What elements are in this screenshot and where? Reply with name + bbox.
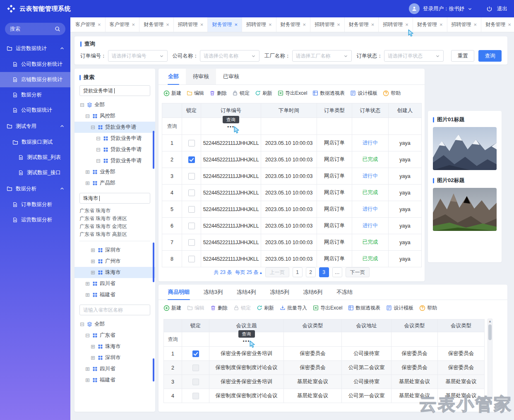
page-2-button[interactable]: 2 (306, 267, 316, 277)
query-submit-button[interactable]: 查询 (478, 50, 502, 62)
column-header[interactable] (162, 103, 182, 118)
panel-tab-冻结4列[interactable]: 冻结4列 (230, 285, 263, 300)
row-checkbox[interactable] (188, 173, 195, 180)
collapse-icon[interactable]: ⊟ (96, 147, 101, 152)
close-tab-icon[interactable]: × (371, 22, 375, 28)
collapse-icon[interactable]: ⊟ (85, 333, 90, 338)
row-checkbox[interactable] (188, 206, 195, 213)
sidebar-item-数据分析-4[interactable]: 数据分析 (0, 87, 70, 103)
column-header[interactable]: 会议地址 (342, 319, 392, 332)
query-select[interactable]: 请选择订单状态 (384, 50, 444, 62)
vertical-scrollbar[interactable]: ▲ (488, 319, 492, 400)
expand-icon[interactable]: ⊞ (85, 377, 90, 383)
user-menu[interactable]: 登录用户：徐书妤 (423, 5, 464, 12)
sidebar-item-测试数据_接口-9[interactable]: 测试数据_接口 (0, 165, 70, 180)
close-tab-icon[interactable]: × (440, 22, 443, 28)
expand-icon[interactable]: ⊞ (85, 366, 90, 372)
sidebar-item-公司数据分析统计-2[interactable]: 公司数据分析统计 (0, 57, 70, 72)
panel-tab-不冻结[interactable]: 不冻结 (329, 285, 360, 300)
search-result-item[interactable]: 广东省 珠海市 高新区 (79, 230, 150, 238)
expand-icon[interactable]: ⊞ (90, 270, 96, 275)
next-page-button[interactable]: 下一页 (346, 267, 370, 277)
sidebar-item-测试数据_列表-8[interactable]: 测试数据_列表 (0, 150, 70, 165)
tree-node-全部-1[interactable]: ⊟全部 (74, 99, 155, 110)
sidebar-item-公司数据统计-5[interactable]: 公司数据统计 (0, 103, 70, 118)
scrollbar-thumb[interactable] (153, 358, 154, 382)
tree-node-福建省-5[interactable]: ⊞福建省 (74, 289, 155, 300)
panel-tab-已审核[interactable]: 已审核 (216, 69, 246, 84)
sidebar-search-input[interactable]: 搜索 (5, 23, 65, 35)
search-result-item[interactable]: 广东省 珠海市 金湾区 (79, 223, 150, 230)
column-header[interactable]: 订单类型 (317, 103, 352, 118)
close-tab-icon[interactable]: × (337, 22, 340, 28)
sidebar-group-数据分析-10[interactable]: 数据分析 (0, 180, 70, 197)
tree-node-贷款业务申请-6[interactable]: ⊟贷款业务申请 (74, 155, 155, 166)
close-tab-icon[interactable]: × (405, 22, 408, 28)
order-row[interactable]: 1522445222111JJHHJKLL2023.05.10 10:00:03… (162, 135, 422, 151)
expand-icon[interactable]: ⊞ (90, 259, 96, 264)
expand-icon[interactable]: ⊞ (85, 169, 90, 175)
toolbar-刷新-button[interactable]: 刷新 (255, 90, 272, 97)
tree-node-福建省-6[interactable]: ⊞福建省 (74, 374, 155, 386)
row-checkbox[interactable] (192, 365, 199, 371)
page-1-button[interactable]: 1 (293, 267, 303, 277)
toolbar-刷新-button[interactable]: 刷新 (257, 305, 274, 312)
toolbar-设计模板-button[interactable]: 设计模板 (350, 90, 377, 97)
collapse-icon[interactable]: ⊟ (96, 136, 101, 141)
tree-node-产品部-8[interactable]: ⊞产品部 (74, 178, 155, 189)
chevron-down-icon[interactable] (468, 7, 472, 11)
scrollbar-thumb[interactable] (488, 324, 492, 340)
panel-tab-冻结5列[interactable]: 冻结5列 (263, 285, 296, 300)
order-row[interactable]: 7522445222111JJHHJKLL2023.05.10 10:00:03… (162, 234, 422, 251)
tab-招聘管理-6[interactable]: 招聘管理× (242, 17, 276, 32)
order-row[interactable]: 4522445222111JJHHJKLL2023.05.10 10:00:03… (162, 185, 422, 201)
filter-row-label[interactable]: 查询 (164, 332, 182, 347)
query-select[interactable]: 请选择工厂名称 (292, 50, 352, 62)
power-icon[interactable] (486, 6, 492, 12)
row-checkbox[interactable] (192, 350, 199, 357)
close-tab-icon[interactable]: × (200, 22, 204, 28)
tree-node-业务部-7[interactable]: ⊞业务部 (74, 166, 155, 178)
image-1[interactable] (433, 127, 497, 170)
tree-search-input-1[interactable]: 贷款业务申请 (79, 85, 150, 96)
tab-招聘管理-8[interactable]: 招聘管理× (310, 17, 345, 32)
row-checkbox[interactable] (188, 140, 195, 146)
column-header[interactable]: 创建人 (389, 103, 422, 118)
tab-财务管理-13[interactable]: 财务管理× (481, 17, 514, 32)
tab-财务管理-9[interactable]: 财务管理× (345, 17, 379, 32)
user-avatar[interactable] (409, 3, 420, 14)
column-header[interactable]: 会议类型 (392, 319, 438, 332)
expand-icon[interactable]: ⊞ (85, 180, 90, 186)
panel-tab-冻结3列[interactable]: 冻结3列 (197, 285, 230, 300)
row-checkbox[interactable] (192, 393, 199, 399)
row-checkbox[interactable] (188, 190, 195, 196)
tree-node-四川省-5[interactable]: ⊞四川省 (74, 363, 155, 374)
tree-node-四川省-4[interactable]: ⊞四川省 (74, 278, 155, 289)
collapse-icon[interactable]: ⊟ (96, 158, 101, 163)
close-tab-icon[interactable]: × (166, 22, 169, 28)
toolbar-新建-button[interactable]: 新建 (163, 90, 181, 97)
column-header[interactable]: 会议类型 (438, 319, 485, 332)
toolbar-帮助-button[interactable]: 帮助 (383, 90, 401, 97)
tree-node-深圳市-1[interactable]: ⊞深圳市 (74, 245, 155, 256)
sidebar-item-数据接口测试-7[interactable]: 数据接口测试 (0, 134, 70, 150)
toolbar-新建-button[interactable]: 新建 (163, 305, 181, 312)
panel-tab-商品明细[interactable]: 商品明细 (161, 285, 197, 300)
meeting-row[interactable]: 3保密业务保密业务培训基层处室会议公司接待室基层处室会议基层处室会议 (164, 375, 485, 389)
toolbar-帮助-button[interactable]: 帮助 (419, 305, 437, 312)
panel-tab-全部[interactable]: 全部 (161, 69, 186, 84)
column-header[interactable]: 订单状态 (352, 103, 389, 118)
column-header[interactable]: 锁定 (182, 319, 209, 332)
collapse-icon[interactable]: ⊟ (90, 125, 96, 130)
toolbar-批量导入-button[interactable]: 批量导入 (280, 305, 307, 312)
row-checkbox[interactable] (188, 256, 195, 262)
per-page-selector[interactable]: 每页 25 条 ▴ (235, 269, 262, 276)
toolbar-删除-button[interactable]: 删除 (210, 305, 228, 312)
tab-招聘管理-4[interactable]: 招聘管理× (174, 17, 208, 32)
tree-node-全部-1[interactable]: ⊟全部 (74, 319, 155, 330)
tree-node-风控部-2[interactable]: ⊟风控部 (74, 110, 155, 122)
search-result-item[interactable]: 广东省 珠海市 (79, 207, 150, 215)
expand-icon[interactable]: ⊞ (90, 344, 96, 349)
tab-财务管理-5[interactable]: 财务管理× (208, 17, 242, 32)
tree-node-贷款业务申请-5[interactable]: ⊟贷款业务申请 (74, 144, 155, 155)
